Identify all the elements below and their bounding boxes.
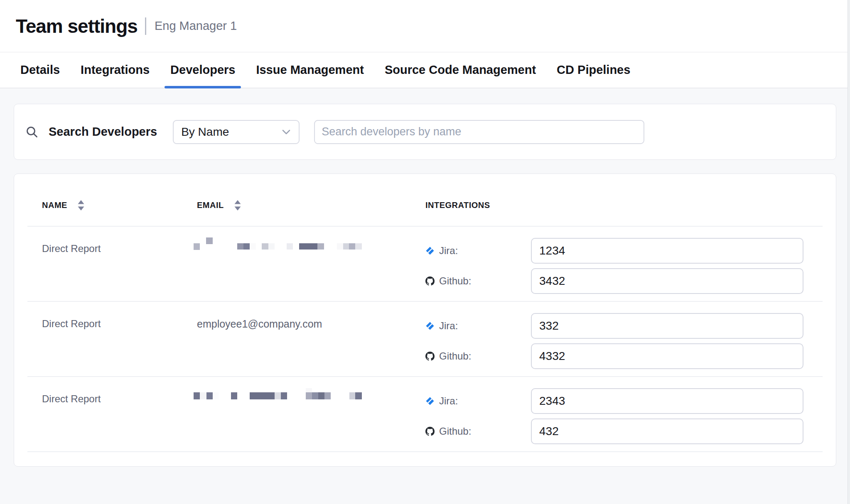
jira-integration: Jira:: [425, 238, 823, 264]
tab-label: Developers: [170, 63, 235, 77]
table-body: Direct Report Jira: Github:: [27, 227, 823, 452]
row-integrations: Jira: Github:: [425, 313, 823, 369]
developer-name: Direct Report: [27, 313, 197, 369]
developer-email: employee1@company.com: [197, 313, 425, 369]
github-icon: [425, 352, 435, 361]
jira-integration-label: Jira:: [425, 320, 531, 332]
table-header: NAME EMAIL INTEGRATIONS: [27, 174, 823, 227]
github-label: Github:: [439, 275, 471, 287]
tab-details[interactable]: Details: [15, 52, 66, 88]
search-input[interactable]: [314, 120, 644, 144]
github-label: Github:: [439, 350, 471, 362]
scrollbar[interactable]: [848, 0, 850, 504]
redacted-email: [197, 238, 371, 257]
page-subtitle: Eng Manager 1: [155, 19, 237, 33]
github-icon: [425, 427, 435, 436]
page: Team settings Eng Manager 1 DetailsInteg…: [0, 0, 850, 467]
page-header: Team settings Eng Manager 1: [0, 0, 850, 52]
github-integration: Github:: [425, 343, 823, 369]
page-title: Team settings: [16, 15, 138, 37]
jira-integration: Jira:: [425, 388, 823, 414]
tab-label: Issue Management: [256, 63, 364, 77]
tab-issue-management[interactable]: Issue Management: [250, 52, 369, 88]
jira-icon: [425, 321, 435, 330]
row-integrations: Jira: Github:: [425, 238, 823, 294]
github-id-input[interactable]: [531, 418, 803, 444]
tab-label: CD Pipelines: [557, 63, 630, 77]
github-icon: [425, 276, 435, 286]
developer-name: Direct Report: [27, 238, 197, 294]
tab-source-code-management[interactable]: Source Code Management: [379, 52, 542, 88]
jira-integration-label: Jira:: [425, 395, 531, 407]
tab-cd-pipelines[interactable]: CD Pipelines: [551, 52, 636, 88]
filter-selected-value: By Name: [181, 125, 229, 139]
github-id-input[interactable]: [531, 343, 803, 369]
jira-id-input[interactable]: [531, 388, 803, 414]
column-header-email[interactable]: EMAIL: [197, 200, 425, 211]
tab-label: Integrations: [81, 63, 150, 77]
column-label: INTEGRATIONS: [425, 201, 490, 210]
table-row: Direct Report Jira: Github:: [27, 227, 823, 302]
jira-label: Jira:: [439, 245, 458, 257]
row-integrations: Jira: Github:: [425, 388, 823, 444]
github-integration-label: Github:: [425, 275, 531, 287]
sort-icon[interactable]: [77, 200, 85, 211]
developers-table: NAME EMAIL INTEGRATIONS: [14, 174, 836, 467]
tabs: DetailsIntegrationsDevelopersIssue Manag…: [0, 52, 850, 88]
column-header-name[interactable]: NAME: [27, 200, 197, 211]
tab-label: Source Code Management: [385, 63, 536, 77]
jira-integration: Jira:: [425, 313, 823, 339]
search-icon: [25, 125, 39, 139]
search-filter-select[interactable]: By Name: [173, 120, 300, 144]
table-row: Direct Report employee1@company.com Jira…: [27, 302, 823, 377]
content: Search Developers By Name NAME: [0, 88, 850, 467]
github-integration: Github:: [425, 268, 823, 294]
jira-integration-label: Jira:: [425, 245, 531, 257]
jira-icon: [425, 396, 435, 406]
chevron-down-icon: [282, 130, 290, 135]
github-id-input[interactable]: [531, 268, 803, 294]
developer-email: [197, 238, 425, 294]
column-header-integrations: INTEGRATIONS: [425, 200, 823, 211]
tab-label: Details: [20, 63, 60, 77]
column-label: EMAIL: [197, 201, 224, 210]
jira-icon: [425, 246, 435, 255]
column-label: NAME: [42, 201, 67, 210]
github-integration: Github:: [425, 418, 823, 444]
jira-id-input[interactable]: [531, 238, 803, 264]
jira-id-input[interactable]: [531, 313, 803, 339]
github-integration-label: Github:: [425, 426, 531, 437]
search-label: Search Developers: [49, 125, 157, 139]
jira-label: Jira:: [439, 320, 458, 332]
sort-icon[interactable]: [234, 200, 241, 211]
jira-label: Jira:: [439, 395, 458, 407]
redacted-email: [197, 388, 371, 407]
github-integration-label: Github:: [425, 350, 531, 362]
developer-name: Direct Report: [27, 388, 197, 444]
tab-integrations[interactable]: Integrations: [75, 52, 155, 88]
github-label: Github:: [439, 426, 471, 437]
tab-developers[interactable]: Developers: [165, 52, 241, 88]
title-divider: [145, 17, 146, 35]
search-panel: Search Developers By Name: [14, 104, 836, 160]
developer-email: [197, 388, 425, 444]
topbar: Team settings Eng Manager 1 DetailsInteg…: [0, 0, 850, 88]
table-row: Direct Report Jira: Github:: [27, 377, 823, 452]
